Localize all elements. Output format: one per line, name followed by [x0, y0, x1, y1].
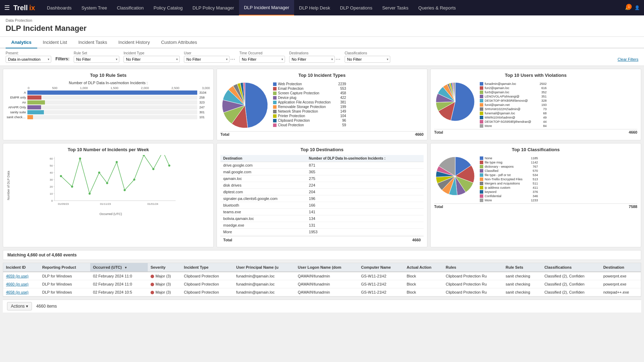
pie-legend-label: More: [485, 124, 531, 128]
pie-legend-item: MWIN10X64\admin@ 49: [480, 116, 547, 119]
pie-legend-count: 381: [332, 100, 346, 104]
bar-fill: [27, 110, 44, 114]
destinations-filter-dots[interactable]: ⋯: [336, 56, 340, 62]
menu-item-policy-catalog[interactable]: Policy Catalog: [149, 0, 188, 15]
dest-name: disk drives: [220, 182, 306, 189]
cell-user-principal: funadmin@qamain.loc: [233, 280, 295, 288]
user-filter-dots[interactable]: ⋯: [230, 56, 235, 62]
col-classifications[interactable]: Classifications: [542, 263, 600, 272]
actions-button[interactable]: Actions ▾: [7, 302, 32, 310]
tab-incident-history[interactable]: Incident History: [113, 37, 155, 48]
present-select[interactable]: Data in-use/motion: [6, 56, 51, 63]
cell-incident-id[interactable]: 4658 (in use): [3, 288, 39, 296]
tab-incident-list[interactable]: Incident List: [37, 37, 73, 48]
pie-legend-item: Email Protection 553: [273, 87, 346, 90]
svg-text:30: 30: [50, 178, 53, 181]
pie-legend-label: DESKTOP-9FKB5R8\lenovo@: [485, 99, 531, 102]
charts-bottom-row: Top 10 Number of Incidents per Week Numb…: [3, 143, 641, 247]
top-destinations-title: Top 10 Destinations: [220, 147, 424, 152]
cell-rules: Clipboard Protection Ru: [443, 280, 503, 288]
destinations-select[interactable]: No Filter: [289, 56, 335, 63]
notifications-bell[interactable]: 🔔 1: [625, 5, 630, 10]
pie-legend-label: Cloud Protection: [278, 123, 331, 127]
menu-item-dashboards[interactable]: Dashboards: [42, 0, 77, 15]
pie-legend-count: 553: [332, 87, 346, 90]
col-computer-name[interactable]: Computer Name: [358, 263, 404, 272]
bottom-bar: Actions ▾ 4660 items: [3, 300, 641, 313]
clear-filters-link[interactable]: Clear Filters: [618, 57, 638, 63]
menu-item-classification[interactable]: Classification: [112, 0, 149, 15]
menu-item-dlp-help-desk[interactable]: DLP Help Desk: [294, 0, 335, 15]
tab-custom-attributes[interactable]: Custom Attributes: [155, 37, 203, 48]
menu-item-queries-reports[interactable]: Queries & Reports: [413, 0, 461, 15]
col-destination[interactable]: Destination: [600, 263, 641, 272]
col-incident-id[interactable]: Incident ID: [3, 263, 39, 272]
col-actual-action[interactable]: Actual Action: [404, 263, 443, 272]
col-user-logon[interactable]: User Logon Name (dom: [295, 263, 358, 272]
pie-legend-color: [480, 90, 483, 94]
time-occurred-select[interactable]: No Filter: [239, 56, 285, 63]
destinations-total: Total 4660: [220, 236, 424, 243]
cell-classifications: Classified (2), Confiden: [542, 272, 600, 280]
col-rules[interactable]: Rules: [443, 263, 503, 272]
cell-incident-id[interactable]: 4659 (in use): [3, 272, 39, 280]
menu-item-dlp-operations[interactable]: DLP Operations: [335, 0, 377, 15]
tab-incident-tasks[interactable]: Incident Tasks: [73, 37, 113, 48]
hamburger-menu[interactable]: ☰: [4, 4, 10, 12]
rule-set-select[interactable]: No Filter: [74, 56, 119, 63]
pie-legend-count: 513: [524, 177, 538, 181]
pie-legend-color: [273, 87, 277, 90]
pie-legend-count: 346: [524, 194, 538, 198]
rule-set-bar-row: AFAPR Only 247: [7, 105, 210, 109]
pie-legend-color: [480, 112, 483, 115]
incident-type-filter-group: Incident Type No Filter: [124, 51, 180, 63]
classifications-select[interactable]: No Filter: [345, 56, 390, 63]
pie-legend-color: [480, 116, 483, 119]
items-count: 4660 items: [36, 304, 57, 309]
col-rule-sets[interactable]: Rule Sets: [503, 263, 542, 272]
pie-legend-label: Application File Access Protection: [278, 100, 331, 104]
top-navigation: ☰ Trellix Dashboards System Tree Classif…: [0, 0, 644, 15]
col-reporting-product[interactable]: Reporting Product: [39, 263, 90, 272]
cell-user-principal: funadmin@qamain.loc: [233, 272, 295, 280]
svg-point-19: [60, 175, 62, 177]
pie-legend-item: Non-Trellix Encrypted Files 513: [480, 177, 538, 181]
pie-legend-label: Non-Trellix Encrypted Files: [485, 177, 523, 181]
pie-legend-item: Network Share Protection 149: [273, 109, 346, 113]
cell-rules: Clipboard Protection Ru: [443, 288, 503, 296]
cell-occurred: 02 February 2024 11:0: [90, 272, 148, 280]
destination-row: teams.exe 141: [220, 209, 424, 215]
col-user-principal[interactable]: User Principal Name (u: [233, 263, 295, 272]
pie-legend-count: 193: [533, 103, 547, 107]
col-severity[interactable]: Severity: [148, 263, 181, 272]
user-select[interactable]: No Filter: [184, 56, 230, 63]
menu-item-server-tasks[interactable]: Server Tasks: [377, 0, 413, 15]
pie-legend-label: DESKTOP-5G595IB\jithendran@: [485, 120, 531, 123]
cell-occurred: 02 February 2024 10:5: [90, 288, 148, 296]
incident-type-select[interactable]: No Filter: [124, 56, 180, 63]
pie-legend-count: 328: [533, 99, 547, 102]
destinations-table: Destination Number of DLP Data In-use/mo…: [220, 155, 424, 235]
pie-legend-item: Mergers and Acquisitions 511: [480, 182, 538, 185]
user-icon[interactable]: 👤: [635, 5, 640, 10]
tab-analytics[interactable]: Analytics: [6, 37, 37, 48]
pie-legend-count: 68: [533, 112, 547, 115]
incidents-table: Incident ID Reporting Product Occurred (…: [3, 263, 641, 296]
pie-legend-count: 1142: [524, 161, 538, 164]
pie-legend-color: [480, 103, 483, 107]
cell-incident-id[interactable]: 4660 (in use): [3, 280, 39, 288]
destination-row: More 1953: [220, 229, 424, 235]
pie-legend-item: fun5@qamain.loc 352: [480, 90, 547, 94]
breadcrumb-area: Data Protection DLP Incident Manager: [0, 15, 644, 37]
pie-legend-item: SHIVAW1022H2\admin@ 73: [480, 107, 547, 111]
col-incident-type[interactable]: Incident Type: [181, 263, 233, 272]
menu-item-dlp-incident-manager[interactable]: DLP Incident Manager: [239, 0, 294, 15]
top-users-title: Top 10 Users with Violations: [434, 73, 637, 78]
menu-item-system-tree[interactable]: System Tree: [77, 0, 112, 15]
pie-legend-count: 616: [533, 86, 547, 90]
col-occurred[interactable]: Occurred (UTC) ▼: [90, 263, 148, 272]
cell-rules: Clipboard Protection Ru: [443, 272, 503, 280]
dest-count-header: Number of DLP Data In-use/motion Inciden…: [306, 155, 424, 162]
pie-legend-label: dictionary - weapons: [485, 165, 523, 168]
menu-item-dlp-policy-manager[interactable]: DLP Policy Manager: [188, 0, 239, 15]
